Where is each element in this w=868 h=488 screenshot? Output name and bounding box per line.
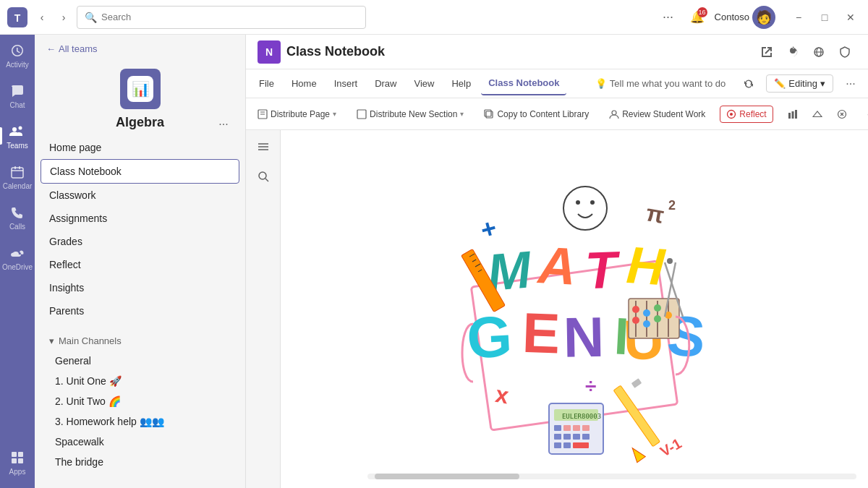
lightbulb-icon: 💡 [595,78,607,89]
channel-general[interactable]: General [41,351,239,371]
distribute-section-chevron: ▾ [460,110,464,118]
user-area[interactable]: Contoso 🧑 [715,6,775,29]
svg-point-45 [590,200,595,205]
review-student-button[interactable]: Review Student Work [603,106,711,122]
notification-badge: 16 [697,7,707,17]
svg-rect-18 [486,111,493,118]
more-options-button[interactable]: ··· [657,6,680,29]
nav-item-homepage[interactable]: Home page [41,136,239,159]
channel-unit-one[interactable]: 1. Unit One 🚀 [41,371,239,391]
nav-item-grades[interactable]: Grades [41,230,239,253]
tab-home[interactable]: Home [284,72,324,95]
open-in-app-button[interactable] [755,40,778,64]
notebook-header: N Class Notebook [246,35,868,69]
notifications-button[interactable]: 🔔 16 [686,6,709,29]
team-name-row: Algebra ··· [35,115,245,133]
search-bar: 🔍 [77,6,366,29]
nav-item-reflect[interactable]: Reflect [41,253,239,276]
onedrive-icon [9,244,26,262]
svg-rect-24 [795,110,797,119]
chat-label: Chat [9,101,25,109]
teams-logo-icon: T [6,6,29,29]
chevron-down-icon: ▾ [49,335,54,346]
ribbon: Distribute Page ▾ Distribute New Section… [246,98,868,130]
svg-text:G: G [465,304,514,370]
tab-file[interactable]: File [252,72,281,95]
immersive-reader-button[interactable] [807,106,828,122]
minimize-button[interactable]: − [787,6,810,29]
svg-rect-78 [573,434,580,440]
notebook-page: M A T H G E N I U [281,130,868,488]
tab-class-notebook[interactable]: Class Notebook [481,72,566,95]
avatar: 🧑 [752,6,775,29]
nav-item-assignments[interactable]: Assignments [41,207,239,230]
calendar-label: Calendar [3,182,33,190]
channel-spacewalk[interactable]: Spacewalk [41,432,239,452]
editing-button[interactable]: ✏️ Editing ▾ [766,74,833,93]
close-button[interactable]: ✕ [839,6,862,29]
top-bar-right: ··· 🔔 16 Contoso 🧑 − □ ✕ [657,6,862,29]
restore-button[interactable]: □ [813,6,836,29]
svg-rect-17 [357,110,366,119]
pencil-icon: ✏️ [774,78,786,89]
tab-view[interactable]: View [407,72,442,95]
sidebar-item-apps[interactable]: Apps [0,442,35,482]
security-button[interactable] [833,40,856,64]
nav-item-parents[interactable]: Parents [41,299,239,322]
sidebar-item-chat[interactable]: Chat [0,75,35,116]
forward-button[interactable]: › [54,7,74,27]
tab-help[interactable]: Help [444,72,478,95]
team-panel: ← All teams 📊 Algebra ··· Home page Clas… [35,35,246,488]
main-layout: Activity Chat Teams Calendar Calls [0,35,868,488]
svg-rect-80 [554,442,561,448]
sync-button[interactable] [737,72,760,95]
team-panel-header: ← All teams [35,35,245,63]
ribbon-more-button[interactable]: ··· [861,106,868,122]
reflect-button[interactable]: Reflect [720,106,773,123]
search-input[interactable] [101,12,358,22]
tell-me-label: Tell me what you want to do [610,78,726,89]
channels-header[interactable]: ▾ Main Channels [41,331,239,351]
distribute-page-button[interactable]: Distribute Page ▾ [252,106,342,122]
chevron-down-icon: ▾ [820,78,825,89]
sidebar-item-calls[interactable]: Calls [0,197,35,237]
svg-point-59 [632,306,639,313]
nav-item-insights[interactable]: Insights [41,276,239,299]
svg-text:T: T [14,12,21,24]
svg-point-62 [643,320,650,328]
back-button[interactable]: ‹ [32,7,52,27]
channel-unit-two[interactable]: 2. Unit Two 🌈 [41,391,239,411]
user-name: Contoso [715,12,749,22]
reflect-label: Reflect [739,109,766,119]
sidebar-item-teams[interactable]: Teams [0,116,35,156]
sidebar-item-onedrive[interactable]: OneDrive [0,237,35,278]
team-more-button[interactable]: ··· [213,114,234,134]
toc-button[interactable] [252,136,275,159]
tell-me-button[interactable]: 💡 Tell me what you want to do [590,75,731,92]
student-progress-button[interactable] [782,106,804,122]
channel-homework[interactable]: 3. Homework help 👥👥 [41,411,239,432]
nav-item-classnotebook[interactable]: Class Notebook [41,159,239,184]
more-menu-button[interactable]: ··· [839,72,862,95]
channel-bridge[interactable]: The bridge [41,452,239,472]
copy-library-label: Copy to Content Library [497,109,589,119]
sidebar-item-calendar[interactable]: Calendar [0,156,35,197]
distribute-section-button[interactable]: Distribute New Section ▾ [351,106,469,122]
sidebar-item-activity[interactable]: Activity [0,35,35,75]
tab-insert[interactable]: Insert [327,72,365,95]
calls-label: Calls [9,223,25,231]
team-name: Algebra [104,115,176,133]
content-area: M A T H G E N I U [246,130,868,488]
calls-icon [9,204,26,221]
refresh-button[interactable] [781,40,804,64]
window-controls: − □ ✕ [787,6,862,29]
search-notebook-button[interactable] [252,165,275,188]
copy-library-button[interactable]: Copy to Content Library [478,106,595,122]
review-student-label: Review Student Work [622,109,705,119]
tab-draw[interactable]: Draw [367,72,404,95]
web-button[interactable] [807,40,830,64]
notebook-header-actions [755,40,856,64]
back-to-teams-link[interactable]: ← All teams [46,43,97,54]
nav-item-classwork[interactable]: Classwork [41,184,239,207]
class-insights-button[interactable] [831,106,853,122]
